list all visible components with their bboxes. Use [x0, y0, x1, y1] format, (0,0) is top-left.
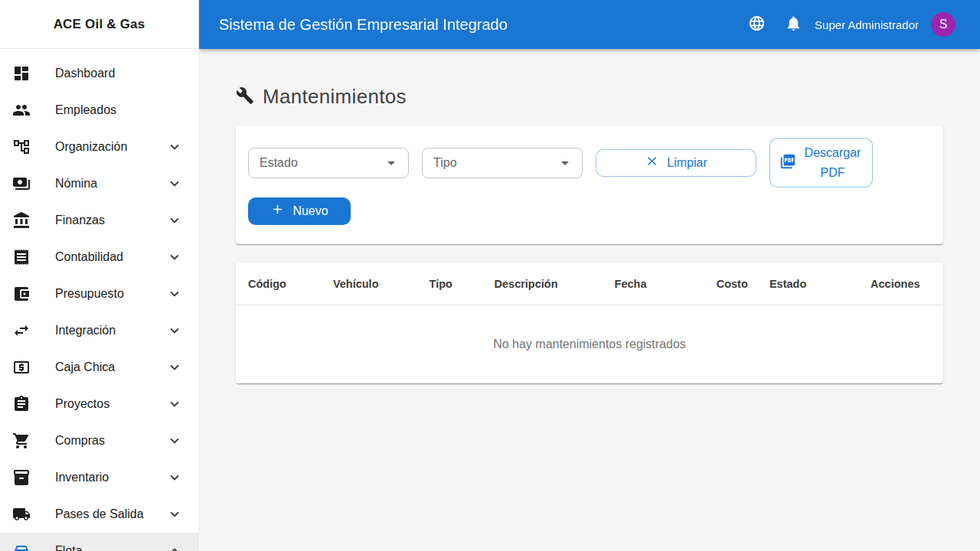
appbar-actions: Super Administrador S	[741, 9, 956, 40]
bell-icon	[785, 15, 802, 34]
sidebar: ACE Oil & Gas Dashboard Empleados Organi…	[0, 0, 199, 551]
plus-icon	[270, 202, 285, 220]
sidebar-item-inventario[interactable]: Inventario	[0, 459, 198, 496]
chevron-down-icon	[166, 432, 183, 449]
clipboard-icon	[12, 395, 31, 413]
sidebar-item-dashboard[interactable]: Dashboard	[0, 55, 198, 92]
empty-message: No hay mantenimientos registrados	[493, 337, 686, 351]
filter-card: Estado Tipo Limpiar Descargar PDF Nuevo	[236, 126, 943, 244]
sidebar-item-label: Dashboard	[55, 67, 115, 80]
clear-filters-button[interactable]: Limpiar	[596, 149, 756, 177]
sidebar-item-nomina[interactable]: Nómina	[0, 165, 198, 202]
download-pdf-button[interactable]: Descargar PDF	[769, 138, 873, 187]
sidebar-item-label: Integración	[55, 324, 116, 337]
car-icon	[12, 542, 31, 551]
wallet-icon	[12, 285, 31, 303]
sidebar-item-empleados[interactable]: Empleados	[0, 92, 198, 129]
chevron-down-icon	[166, 249, 183, 266]
main-content: Mantenimientos Estado Tipo Limpiar Desca…	[199, 49, 980, 551]
avatar[interactable]: S	[931, 12, 956, 37]
sidebar-item-label: Inventario	[55, 471, 109, 484]
swap-icon	[12, 321, 31, 340]
sidebar-item-compras[interactable]: Compras	[0, 422, 198, 459]
inventory-icon	[12, 468, 31, 487]
estado-select[interactable]: Estado	[248, 148, 409, 178]
dropdown-arrow-icon	[382, 154, 400, 172]
column-header-codigo: Código	[236, 278, 321, 290]
org-tree-icon	[12, 138, 31, 156]
table-empty-state: No hay mantenimientos registrados	[236, 305, 943, 383]
sidebar-item-integracion[interactable]: Integración	[0, 312, 198, 349]
chevron-down-icon	[166, 506, 183, 523]
sidebar-item-pases-de-salida[interactable]: Pases de Salida	[0, 496, 198, 533]
sidebar-item-flota[interactable]: Flota	[0, 533, 198, 551]
sidebar-item-label: Flota	[55, 544, 83, 551]
sidebar-menu: Dashboard Empleados Organización Nómina …	[0, 49, 198, 551]
sidebar-item-label: Finanzas	[55, 214, 105, 227]
chevron-down-icon	[166, 139, 183, 155]
column-header-acciones: Acciones	[858, 278, 943, 290]
bank-icon	[12, 211, 31, 230]
chevron-down-icon	[166, 285, 183, 302]
column-header-vehiculo: Vehículo	[321, 278, 417, 290]
close-icon	[645, 154, 659, 171]
sidebar-header: ACE Oil & Gas	[0, 0, 198, 49]
payments-icon	[12, 174, 31, 193]
column-header-fecha: Fecha	[603, 278, 704, 290]
sidebar-item-label: Presupuesto	[55, 287, 124, 301]
wrench-icon	[236, 86, 254, 108]
sidebar-item-organizacion[interactable]: Organización	[0, 129, 198, 165]
app-title: Sistema de Gestión Empresarial Integrado	[219, 16, 508, 34]
user-name: Super Administrador	[815, 18, 919, 31]
truck-icon	[12, 505, 31, 523]
sidebar-item-label: Nómina	[55, 177, 97, 191]
sidebar-item-proyectos[interactable]: Proyectos	[0, 386, 198, 422]
estado-select-label: Estado	[260, 156, 298, 170]
app-bar: Sistema de Gestión Empresarial Integrado…	[199, 0, 980, 49]
page-title-row: Mantenimientos	[236, 85, 943, 109]
column-header-estado: Estado	[757, 278, 858, 290]
dropdown-arrow-icon	[556, 154, 574, 172]
tipo-select-label: Tipo	[433, 156, 457, 170]
avatar-initial: S	[939, 18, 948, 31]
sidebar-item-label: Pases de Salida	[55, 507, 144, 521]
filter-row: Estado Tipo Limpiar Descargar PDF	[248, 138, 931, 187]
sidebar-item-label: Caja Chica	[55, 360, 115, 374]
sidebar-item-presupuesto[interactable]: Presupuesto	[0, 276, 198, 312]
column-header-costo: Costo	[704, 278, 757, 290]
people-icon	[12, 101, 31, 119]
globe-icon	[748, 15, 766, 34]
pdf-icon	[779, 153, 796, 173]
tipo-select[interactable]: Tipo	[422, 148, 583, 178]
chevron-down-icon	[166, 396, 183, 412]
language-button[interactable]	[741, 9, 772, 40]
sidebar-item-label: Empleados	[55, 103, 116, 117]
chevron-down-icon	[166, 469, 183, 486]
chevron-down-icon	[166, 212, 183, 229]
sidebar-item-label: Organización	[55, 140, 127, 154]
company-name: ACE Oil & Gas	[54, 17, 145, 32]
column-header-descripcion: Descripción	[482, 278, 603, 290]
column-header-tipo: Tipo	[417, 278, 482, 290]
cash-icon	[12, 358, 31, 377]
sidebar-item-label: Compras	[55, 434, 105, 448]
sidebar-item-contabilidad[interactable]: Contabilidad	[0, 239, 198, 276]
page-title: Mantenimientos	[263, 85, 407, 109]
dashboard-icon	[12, 64, 31, 83]
sidebar-item-finanzas[interactable]: Finanzas	[0, 202, 198, 239]
table-header-row: Código Vehículo Tipo Descripción Fecha C…	[236, 262, 943, 305]
maintenance-table: Código Vehículo Tipo Descripción Fecha C…	[236, 262, 943, 383]
chevron-down-icon	[166, 322, 183, 339]
chevron-down-icon	[166, 359, 183, 376]
notifications-button[interactable]	[778, 9, 808, 40]
chevron-up-icon	[166, 543, 183, 551]
filter-row-2: Nuevo	[248, 189, 931, 233]
chevron-down-icon	[166, 175, 183, 192]
new-button[interactable]: Nuevo	[248, 197, 351, 225]
sidebar-item-label: Proyectos	[55, 397, 109, 411]
cart-icon	[12, 432, 31, 450]
sidebar-item-label: Contabilidad	[55, 250, 123, 264]
receipt-icon	[12, 248, 31, 266]
sidebar-item-caja-chica[interactable]: Caja Chica	[0, 349, 198, 386]
